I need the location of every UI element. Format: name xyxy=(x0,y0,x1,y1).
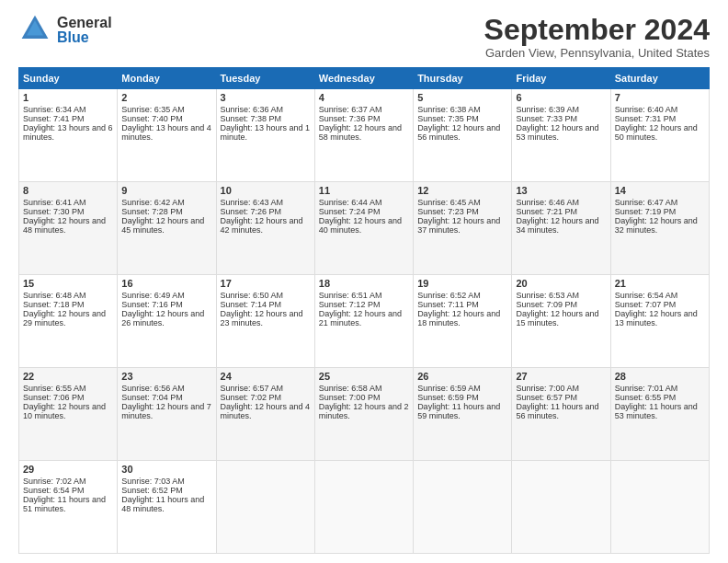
sunset: Sunset: 7:41 PM xyxy=(23,114,85,123)
day-number: 26 xyxy=(417,371,507,382)
calendar-header-row: Sunday Monday Tuesday Wednesday Thursday… xyxy=(19,68,710,89)
table-row: 12Sunrise: 6:45 AMSunset: 7:23 PMDayligh… xyxy=(414,182,512,275)
table-row: 21Sunrise: 6:54 AMSunset: 7:07 PMDayligh… xyxy=(610,275,709,368)
sunset: Sunset: 7:40 PM xyxy=(121,114,183,123)
sunrise: Sunrise: 7:00 AM xyxy=(516,384,579,393)
col-monday: Monday xyxy=(118,68,216,89)
title-block: September 2024 Garden View, Pennsylvania… xyxy=(484,14,710,60)
day-number: 6 xyxy=(516,92,606,103)
day-number: 5 xyxy=(417,92,507,103)
sunset: Sunset: 7:35 PM xyxy=(417,114,479,123)
day-number: 12 xyxy=(417,185,507,196)
sunset: Sunset: 7:31 PM xyxy=(615,114,677,123)
day-number: 10 xyxy=(221,185,311,196)
day-number: 18 xyxy=(319,278,409,289)
table-row: 16Sunrise: 6:49 AMSunset: 7:16 PMDayligh… xyxy=(118,275,216,368)
table-row: 6Sunrise: 6:39 AMSunset: 7:33 PMDaylight… xyxy=(512,89,610,182)
day-number: 14 xyxy=(615,185,705,196)
sunset: Sunset: 7:11 PM xyxy=(417,300,479,309)
day-number: 27 xyxy=(516,371,606,382)
daylight: Daylight: 12 hours and 50 minutes. xyxy=(615,123,698,142)
day-number: 25 xyxy=(319,371,409,382)
sunset: Sunset: 7:38 PM xyxy=(221,114,282,123)
daylight: Daylight: 12 hours and 2 minutes. xyxy=(319,402,409,420)
day-number: 30 xyxy=(121,464,211,475)
day-number: 9 xyxy=(121,185,211,196)
day-number: 21 xyxy=(615,278,705,289)
sunset: Sunset: 7:33 PM xyxy=(516,114,577,123)
sunrise: Sunrise: 6:46 AM xyxy=(516,198,579,207)
col-wednesday: Wednesday xyxy=(314,68,413,89)
table-row: 18Sunrise: 6:51 AMSunset: 7:12 PMDayligh… xyxy=(314,275,413,368)
daylight: Daylight: 12 hours and 10 minutes. xyxy=(23,402,106,420)
daylight: Daylight: 13 hours and 6 minutes. xyxy=(23,123,113,142)
day-number: 2 xyxy=(121,92,211,103)
logo: General Blue xyxy=(18,14,112,47)
sunset: Sunset: 7:28 PM xyxy=(121,207,183,216)
table-row: 22Sunrise: 6:55 AMSunset: 7:06 PMDayligh… xyxy=(19,368,118,461)
header: General Blue September 2024 Garden View,… xyxy=(18,14,710,60)
daylight: Daylight: 13 hours and 4 minutes. xyxy=(121,123,211,142)
daylight: Daylight: 12 hours and 42 minutes. xyxy=(221,216,303,235)
day-number: 15 xyxy=(23,278,113,289)
location: Garden View, Pennsylvania, United States xyxy=(484,46,710,60)
sunrise: Sunrise: 6:40 AM xyxy=(615,105,678,114)
logo-general-text: General xyxy=(57,16,112,30)
daylight: Daylight: 12 hours and 48 minutes. xyxy=(23,216,106,235)
sunset: Sunset: 7:14 PM xyxy=(221,300,282,309)
calendar-week-row: 8Sunrise: 6:41 AMSunset: 7:30 PMDaylight… xyxy=(19,182,710,275)
day-number: 1 xyxy=(23,92,113,103)
sunset: Sunset: 6:55 PM xyxy=(615,393,677,402)
table-row: 24Sunrise: 6:57 AMSunset: 7:02 PMDayligh… xyxy=(216,368,314,461)
sunset: Sunset: 7:16 PM xyxy=(121,300,183,309)
table-row: 27Sunrise: 7:00 AMSunset: 6:57 PMDayligh… xyxy=(512,368,610,461)
table-row: 14Sunrise: 6:47 AMSunset: 7:19 PMDayligh… xyxy=(610,182,709,275)
sunset: Sunset: 7:06 PM xyxy=(23,393,85,402)
table-row xyxy=(314,461,413,554)
sunrise: Sunrise: 6:50 AM xyxy=(221,291,284,300)
calendar: Sunday Monday Tuesday Wednesday Thursday… xyxy=(18,67,710,554)
sunrise: Sunrise: 6:49 AM xyxy=(121,291,185,300)
sunrise: Sunrise: 6:42 AM xyxy=(121,198,185,207)
day-number: 28 xyxy=(615,371,705,382)
table-row xyxy=(610,461,709,554)
sunset: Sunset: 7:26 PM xyxy=(221,207,282,216)
day-number: 11 xyxy=(319,185,409,196)
table-row: 29Sunrise: 7:02 AMSunset: 6:54 PMDayligh… xyxy=(19,461,118,554)
col-sunday: Sunday xyxy=(19,68,118,89)
sunset: Sunset: 6:54 PM xyxy=(23,486,85,495)
sunset: Sunset: 7:19 PM xyxy=(615,207,677,216)
sunrise: Sunrise: 7:01 AM xyxy=(615,384,678,393)
daylight: Daylight: 12 hours and 4 minutes. xyxy=(221,402,311,420)
calendar-week-row: 15Sunrise: 6:48 AMSunset: 7:18 PMDayligh… xyxy=(19,275,710,368)
sunset: Sunset: 6:57 PM xyxy=(516,393,577,402)
sunrise: Sunrise: 6:57 AM xyxy=(221,384,284,393)
sunrise: Sunrise: 6:47 AM xyxy=(615,198,678,207)
table-row: 20Sunrise: 6:53 AMSunset: 7:09 PMDayligh… xyxy=(512,275,610,368)
table-row: 19Sunrise: 6:52 AMSunset: 7:11 PMDayligh… xyxy=(414,275,512,368)
sunrise: Sunrise: 6:56 AM xyxy=(121,384,185,393)
day-number: 4 xyxy=(319,92,409,103)
calendar-week-row: 22Sunrise: 6:55 AMSunset: 7:06 PMDayligh… xyxy=(19,368,710,461)
sunrise: Sunrise: 6:53 AM xyxy=(516,291,579,300)
sunrise: Sunrise: 6:37 AM xyxy=(319,105,382,114)
sunset: Sunset: 7:04 PM xyxy=(121,393,183,402)
daylight: Daylight: 12 hours and 29 minutes. xyxy=(23,309,106,327)
sunrise: Sunrise: 7:02 AM xyxy=(23,477,86,486)
sunrise: Sunrise: 6:35 AM xyxy=(121,105,185,114)
table-row: 9Sunrise: 6:42 AMSunset: 7:28 PMDaylight… xyxy=(118,182,216,275)
sunrise: Sunrise: 6:58 AM xyxy=(319,384,382,393)
day-number: 7 xyxy=(615,92,705,103)
sunset: Sunset: 7:02 PM xyxy=(221,393,282,402)
day-number: 3 xyxy=(221,92,311,103)
table-row: 10Sunrise: 6:43 AMSunset: 7:26 PMDayligh… xyxy=(216,182,314,275)
daylight: Daylight: 12 hours and 7 minutes. xyxy=(121,402,211,420)
sunset: Sunset: 6:52 PM xyxy=(121,486,183,495)
day-number: 29 xyxy=(23,464,113,475)
sunrise: Sunrise: 6:45 AM xyxy=(417,198,481,207)
daylight: Daylight: 11 hours and 48 minutes. xyxy=(121,495,204,513)
daylight: Daylight: 12 hours and 56 minutes. xyxy=(417,123,500,142)
daylight: Daylight: 12 hours and 45 minutes. xyxy=(121,216,204,235)
sunrise: Sunrise: 6:41 AM xyxy=(23,198,86,207)
sunrise: Sunrise: 6:54 AM xyxy=(615,291,678,300)
